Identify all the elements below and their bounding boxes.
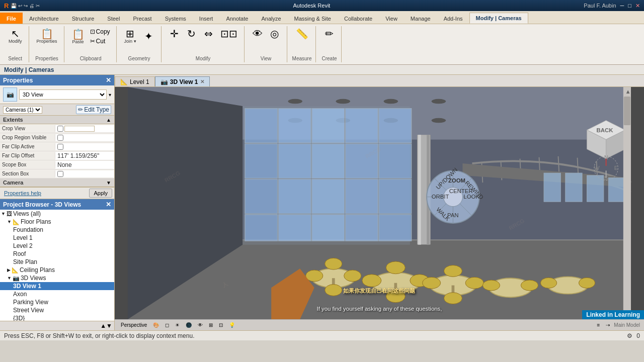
crop-view-checkbox[interactable] xyxy=(57,126,63,132)
tree-item-ceiling-plans[interactable]: ▶ 📐 Ceiling Plans xyxy=(0,266,114,274)
temporary-hide-button[interactable]: ⊡ xyxy=(217,321,225,329)
tree-item-3d-views[interactable]: ▼ 📷 3D Views xyxy=(0,274,114,282)
svg-rect-13 xyxy=(245,109,278,143)
tree-item-views-all[interactable]: ▼ 🖼 Views (all) xyxy=(0,210,114,218)
join-button[interactable]: ⊞ Join ▾ xyxy=(122,27,139,45)
sun-path-button[interactable]: ☀ xyxy=(173,321,182,329)
show-hidden-button[interactable]: 👁 xyxy=(196,321,205,329)
tab-steel[interactable]: Steel xyxy=(101,13,126,24)
properties-icon: 📋 xyxy=(41,29,53,39)
tree-item-roof[interactable]: Roof xyxy=(0,250,114,258)
3d-views-label: 3D Views xyxy=(21,275,46,282)
cut-geometry-button[interactable]: ✦ xyxy=(141,30,157,43)
svg-point-64 xyxy=(423,277,441,289)
modify-button[interactable]: ↖ Modify xyxy=(6,27,25,45)
close-button[interactable]: ✕ xyxy=(635,3,640,9)
tree-item-3d-default[interactable]: {3D} xyxy=(0,314,114,321)
array-button[interactable]: ⊡⊡ xyxy=(218,27,240,40)
tree-item-parking-view[interactable]: Parking View xyxy=(0,298,114,306)
ribbon-group-create: ✏ Create xyxy=(317,26,342,62)
scope-box-value: None xyxy=(55,161,114,169)
type-dropdown[interactable]: 3D View xyxy=(19,89,107,100)
extents-section-header[interactable]: Extents ▲ xyxy=(0,116,114,124)
level-1-tab-label: Level 1 xyxy=(130,78,149,85)
tree-item-axon[interactable]: Axon xyxy=(0,290,114,298)
project-browser: Project Browser - 3D Views ✕ ▼ 🖼 Views (… xyxy=(0,199,114,330)
tab-systems[interactable]: Systems xyxy=(158,13,193,24)
tree-item-3d-view-1[interactable]: 3D View 1 xyxy=(0,282,114,290)
tree-item-site-plan[interactable]: Site Plan xyxy=(0,258,114,266)
restore-button[interactable]: □ xyxy=(628,3,631,9)
model-graphics-button[interactable]: ◻ xyxy=(163,321,171,329)
mirror-icon: ⇔ xyxy=(204,29,213,39)
cut-button[interactable]: ✂ Cut xyxy=(88,37,112,46)
visual-style-button[interactable]: 🎨 xyxy=(151,321,161,329)
tab-collaborate[interactable]: Collaborate xyxy=(338,13,379,24)
shadows-button[interactable]: 🌑 xyxy=(184,321,194,329)
properties-close-button[interactable]: ✕ xyxy=(106,76,111,84)
path-of-travel-button[interactable]: ⇢ xyxy=(604,321,612,329)
tab-addins[interactable]: Add-Ins xyxy=(437,13,469,24)
prop-far-clip-offset: Far Clip Offset 117' 1.159/256" xyxy=(0,151,114,160)
minimize-button[interactable]: ─ xyxy=(620,3,624,9)
crop-region-button[interactable]: ⊞ xyxy=(207,321,215,329)
apply-button[interactable]: Apply xyxy=(89,189,112,198)
properties-help-button[interactable]: Properties help xyxy=(2,189,43,197)
foundation-label: Foundation xyxy=(13,226,43,233)
ceiling-plans-label: Ceiling Plans xyxy=(20,266,55,274)
far-clip-offset-text: 117' 1.159/256" xyxy=(57,152,99,159)
tab-level-1[interactable]: 📐 Level 1 xyxy=(115,76,155,86)
copy-button[interactable]: ⊡ Copy xyxy=(88,27,112,36)
section-box-checkbox[interactable] xyxy=(57,171,63,177)
select-group-label: Select xyxy=(8,56,22,61)
level2-label: Level 2 xyxy=(13,242,33,249)
browser-tree[interactable]: ▼ 🖼 Views (all) ▼ 📐 Floor Plans Foundati… xyxy=(0,210,114,321)
tab-3d-view-1[interactable]: 📷 3D View 1 ✕ xyxy=(155,76,210,86)
isolate-button[interactable]: ◎ xyxy=(267,27,283,40)
tab-annotate[interactable]: Annotate xyxy=(219,13,255,24)
type-dropdown-arrow[interactable]: ▾ xyxy=(109,92,111,98)
properties-title: Properties xyxy=(3,77,33,84)
quick-access-toolbar[interactable]: 💾 ↩ ↪ 🖨 ✂ xyxy=(11,3,39,9)
tab-structure[interactable]: Structure xyxy=(65,13,101,24)
move-button[interactable]: ✛ xyxy=(167,27,183,40)
create-button[interactable]: ✏ xyxy=(321,27,337,40)
tab-architecture[interactable]: Architecture xyxy=(23,13,65,24)
scroll-up-button[interactable]: ▲ xyxy=(100,322,106,329)
tab-massing[interactable]: Massing & Site xyxy=(288,13,338,24)
edit-type-button[interactable]: ✏ Edit Type xyxy=(76,105,111,114)
thin-lines-button[interactable]: ≡ xyxy=(595,321,602,329)
hide-button[interactable]: 👁 xyxy=(250,27,266,40)
svg-point-55 xyxy=(325,285,342,296)
mirror-button[interactable]: ⇔ xyxy=(201,27,217,40)
tab-analyze[interactable]: Analyze xyxy=(255,13,287,24)
paste-button[interactable]: 📋 Paste xyxy=(69,28,87,46)
status-message: Press ESC, F8 or Shift+W to exit, or rig… xyxy=(4,332,619,339)
scroll-down-button[interactable]: ▼ xyxy=(106,322,112,329)
canvas-area[interactable]: RRCG RRCG RRCG 人 ZOOM xyxy=(115,87,644,319)
3d-view-1-tab-close[interactable]: ✕ xyxy=(200,79,204,84)
project-browser-close-button[interactable]: ✕ xyxy=(106,201,111,208)
crop-region-checkbox[interactable] xyxy=(57,135,63,141)
camera-section-header[interactable]: Camera ▼ xyxy=(0,178,114,187)
tab-view[interactable]: View xyxy=(379,13,404,24)
tab-insert[interactable]: Insert xyxy=(193,13,220,24)
properties-button[interactable]: 📋 Properties xyxy=(34,27,60,45)
tree-item-foundation[interactable]: Foundation xyxy=(0,226,114,234)
tree-item-floor-plans[interactable]: ▼ 📐 Floor Plans xyxy=(0,218,114,226)
tree-item-street-view[interactable]: Street View xyxy=(0,306,114,314)
tab-precast[interactable]: Precast xyxy=(126,13,158,24)
measure-button[interactable]: 📏 xyxy=(293,27,311,40)
rotate-button[interactable]: ↻ xyxy=(184,27,200,40)
reveal-hidden-button[interactable]: 💡 xyxy=(227,321,237,329)
tab-file[interactable]: File xyxy=(0,13,23,24)
tab-modify-cameras[interactable]: Modify | Cameras xyxy=(469,13,528,24)
tree-item-level2[interactable]: Level 2 xyxy=(0,242,114,250)
far-clip-active-checkbox[interactable] xyxy=(57,144,63,150)
tree-item-level1[interactable]: Level 1 xyxy=(0,234,114,242)
instance-selector[interactable]: Cameras (1) xyxy=(3,106,42,114)
svg-rect-32 xyxy=(379,215,412,241)
properties-subheader: Cameras (1) ✏ Edit Type xyxy=(0,104,114,116)
svg-point-72 xyxy=(540,278,556,288)
tab-manage[interactable]: Manage xyxy=(404,13,437,24)
